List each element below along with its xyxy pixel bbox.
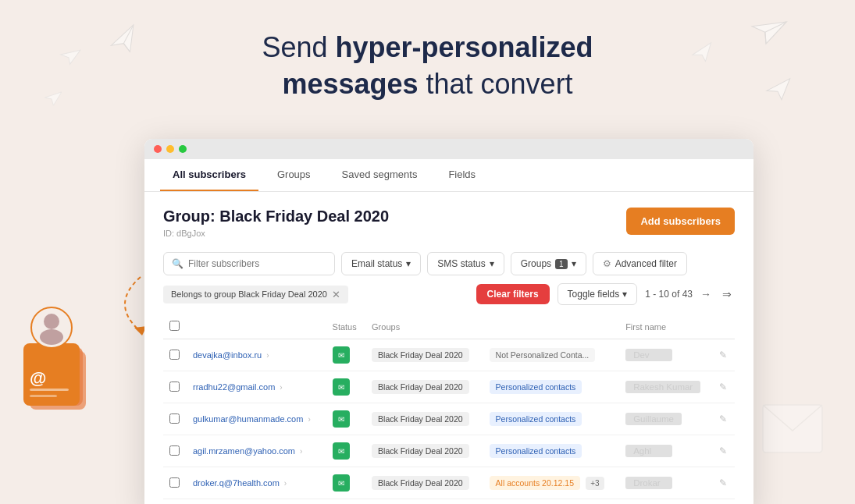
row-checkbox[interactable] bbox=[169, 477, 180, 488]
edit-icon[interactable]: ✎ bbox=[719, 350, 727, 360]
status-cell: ✉ bbox=[326, 371, 366, 403]
pagination-text: 1 - 10 of 43 bbox=[645, 289, 693, 300]
status-cell: ✉ bbox=[326, 467, 366, 499]
app-window: All subscribers Groups Saved segments Fi… bbox=[144, 139, 753, 504]
row-chevron[interactable]: › bbox=[266, 351, 269, 360]
email-cell: rradhu22@gmail.com › bbox=[187, 371, 326, 403]
edit-icon[interactable]: ✎ bbox=[719, 413, 727, 424]
table-row: droker.q@7health.com › ✉ Black Friday De… bbox=[163, 467, 735, 499]
personalized-badge: Personalized contacts bbox=[490, 412, 582, 426]
row-checkbox-cell bbox=[163, 467, 187, 499]
row-checkbox[interactable] bbox=[169, 350, 180, 360]
group-badge: Black Friday Deal 2020 bbox=[372, 412, 469, 426]
sms-status-filter[interactable]: SMS status ▾ bbox=[427, 252, 504, 275]
person-card-icon: @ bbox=[23, 304, 98, 417]
active-filter-tag: Belongs to group Black Friday Deal 2020 … bbox=[163, 286, 348, 303]
group-badge: Black Friday Deal 2020 bbox=[372, 476, 469, 490]
firstname-cell: Aghl bbox=[619, 435, 713, 467]
subscribers-table: Status Groups First name devajka@inbox.r… bbox=[163, 314, 735, 499]
email-cell: devajka@inbox.ru › bbox=[187, 339, 326, 371]
add-subscribers-button[interactable]: Add subscribers bbox=[626, 208, 735, 235]
contact-type-cell: Personalized contacts bbox=[483, 403, 620, 435]
main-content: Group: Black Friday Deal 2020 ID: dBgJox… bbox=[144, 192, 753, 504]
firstname-cell: Rakesh Kumar bbox=[619, 371, 713, 403]
email-status-icon: ✉ bbox=[333, 410, 350, 428]
table-row: devajka@inbox.ru › ✉ Black Friday Deal 2… bbox=[163, 339, 735, 371]
col-firstname: First name bbox=[619, 314, 713, 339]
group-badge: Black Friday Deal 2020 bbox=[372, 444, 469, 458]
select-all-checkbox[interactable] bbox=[169, 321, 180, 331]
subscriber-name: Guillaume bbox=[625, 413, 682, 425]
email-status-filter[interactable]: Email status ▾ bbox=[341, 252, 421, 275]
tab-all-subscribers[interactable]: All subscribers bbox=[160, 159, 258, 191]
row-checkbox[interactable] bbox=[169, 382, 180, 392]
table-row: agil.mrzamen@yahoo.com › ✉ Black Friday … bbox=[163, 435, 735, 467]
edit-icon[interactable]: ✎ bbox=[719, 445, 727, 456]
sms-status-label: SMS status bbox=[437, 258, 485, 269]
search-input[interactable] bbox=[188, 258, 326, 269]
group-cell: Black Friday Deal 2020 bbox=[365, 339, 483, 371]
next-page-arrow[interactable]: → bbox=[697, 286, 714, 302]
svg-point-4 bbox=[44, 314, 59, 329]
email-status-icon: ✉ bbox=[333, 378, 350, 396]
email-status-icon: ✉ bbox=[333, 442, 350, 460]
clear-filters-button[interactable]: Clear filters bbox=[476, 284, 550, 304]
toggle-fields-button[interactable]: Toggle fields ▾ bbox=[558, 283, 638, 305]
row-chevron[interactable]: › bbox=[308, 415, 310, 424]
edit-icon[interactable]: ✎ bbox=[719, 382, 727, 392]
subscriber-name: Dev bbox=[625, 349, 672, 361]
edit-cell: ✎ bbox=[713, 403, 735, 435]
edit-cell: ✎ bbox=[713, 467, 735, 499]
search-icon: 🔍 bbox=[172, 258, 183, 269]
firstname-cell: Guillaume bbox=[619, 403, 713, 435]
table-header-row: Status Groups First name bbox=[163, 314, 735, 339]
all-accounts-badge: All accounts 20.12.15 bbox=[490, 476, 580, 490]
tab-groups[interactable]: Groups bbox=[265, 159, 323, 191]
groups-filter-label: Groups bbox=[521, 258, 551, 269]
search-box[interactable]: 🔍 bbox=[163, 252, 335, 275]
group-cell: Black Friday Deal 2020 bbox=[365, 435, 483, 467]
pagination: 1 - 10 of 43 → ⇒ bbox=[645, 286, 735, 302]
envelope-bg bbox=[761, 403, 824, 457]
svg-text:@: @ bbox=[30, 368, 46, 388]
email-cell: gulkumar@humanmade.com › bbox=[187, 403, 326, 435]
email-text: devajka@inbox.ru bbox=[193, 350, 262, 360]
group-badge: Black Friday Deal 2020 bbox=[372, 348, 469, 362]
row-checkbox[interactable] bbox=[169, 445, 180, 456]
remove-filter-icon[interactable]: ✕ bbox=[332, 289, 340, 300]
row-chevron[interactable]: › bbox=[280, 383, 282, 392]
tabs-bar: All subscribers Groups Saved segments Fi… bbox=[144, 159, 753, 192]
advanced-filter-label: Advanced filter bbox=[615, 258, 677, 269]
row-checkbox[interactable] bbox=[169, 413, 180, 424]
contact-type-cell: Not Personalized Conta... bbox=[483, 339, 620, 371]
email-status-label: Email status bbox=[351, 258, 402, 269]
contact-type-cell: Personalized contacts bbox=[483, 435, 620, 467]
personalized-badge: Personalized contacts bbox=[490, 444, 582, 458]
tab-saved-segments[interactable]: Saved segments bbox=[330, 159, 430, 191]
last-page-arrow[interactable]: ⇒ bbox=[719, 286, 735, 302]
row-checkbox-cell bbox=[163, 339, 187, 371]
extra-badge: +3 bbox=[586, 477, 604, 490]
contact-type-cell: All accounts 20.12.15 +3 bbox=[483, 467, 620, 499]
table-row: gulkumar@humanmade.com › ✉ Black Friday … bbox=[163, 403, 735, 435]
toggle-fields-label: Toggle fields bbox=[568, 289, 620, 300]
tab-fields[interactable]: Fields bbox=[436, 159, 488, 191]
groups-filter[interactable]: Groups 1 ▾ bbox=[511, 252, 586, 275]
col-groups: Groups bbox=[365, 314, 619, 339]
status-cell: ✉ bbox=[326, 435, 366, 467]
col-email bbox=[187, 314, 326, 339]
filter-bar: 🔍 Email status ▾ SMS status ▾ Groups 1 ▾… bbox=[163, 252, 735, 275]
not-personalized-badge: Not Personalized Conta... bbox=[490, 348, 596, 362]
row-chevron[interactable]: › bbox=[284, 479, 287, 488]
active-filter-text: Belongs to group Black Friday Deal 2020 bbox=[171, 289, 327, 299]
groups-chevron: ▾ bbox=[572, 258, 576, 269]
status-cell: ✉ bbox=[326, 339, 366, 371]
svg-rect-8 bbox=[30, 395, 57, 397]
row-checkbox-cell bbox=[163, 435, 187, 467]
advanced-filter-button[interactable]: ⚙ Advanced filter bbox=[593, 252, 687, 275]
row-chevron[interactable]: › bbox=[300, 447, 302, 456]
edit-cell: ✎ bbox=[713, 371, 735, 403]
edit-icon[interactable]: ✎ bbox=[719, 477, 727, 488]
group-cell: Black Friday Deal 2020 bbox=[365, 467, 483, 499]
email-cell: agil.mrzamen@yahoo.com › bbox=[187, 435, 326, 467]
